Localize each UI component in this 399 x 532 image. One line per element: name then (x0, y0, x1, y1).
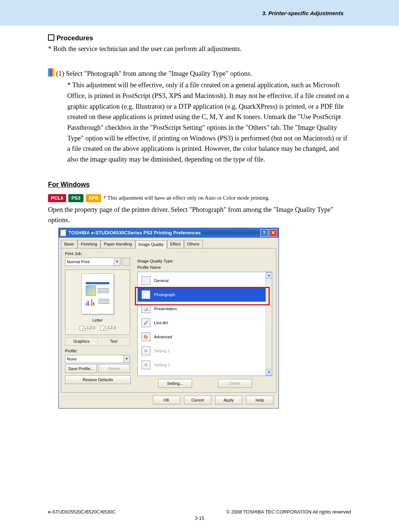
help-button[interactable]: Help (246, 396, 273, 404)
section-title: 3. Printer-specific Adjustments (262, 10, 344, 16)
preview-document-icon (81, 274, 114, 314)
cancel-button[interactable]: Cancel (184, 396, 211, 404)
printing-preferences-dialog: TOSHIBA e-STUDIO6530CSeries PS3 Printing… (58, 228, 279, 409)
profile-name-label: Profile Name (137, 264, 272, 271)
procedures-heading: Procedures (48, 33, 351, 44)
footer-copyright: © 2008 TOSHIBA TEC CORPORATION All right… (226, 509, 351, 515)
restore-defaults-button[interactable]: Restore Defaults (65, 375, 131, 384)
box-icon (48, 34, 54, 41)
left-column: Print Job: Normal Print ▼ (65, 251, 130, 388)
iq-item-line-art[interactable]: 🖊Line Art (138, 316, 266, 330)
footer: e-STUDIO5520C/6520C/6530C © 2008 TOSHIBA… (0, 509, 399, 521)
save-profile-button[interactable]: Save Profile... (65, 364, 97, 373)
presentation-icon: 📊 (141, 304, 150, 313)
setting-button[interactable]: Setting... (158, 379, 192, 388)
dialog-titlebar: TOSHIBA e-STUDIO6530CSeries PS3 Printing… (59, 228, 279, 238)
photograph-icon: 🖼 (141, 290, 150, 299)
setting-icon: ⚙ (141, 360, 150, 369)
print-job-settings-button[interactable] (122, 258, 130, 266)
ok-button[interactable]: OK (153, 396, 180, 404)
for-windows-heading: For Windows (48, 180, 351, 190)
preview-pane: Letter 1.2.3 1.2.3 (65, 270, 130, 335)
tab-panel: Print Job: Normal Print ▼ (61, 248, 276, 393)
print-job-combo[interactable]: Normal Print ▼ (65, 258, 130, 266)
scrollbar[interactable]: ▴ ▾ (266, 272, 272, 376)
advanced-icon: 🎨 (141, 332, 150, 341)
svg-rect-1 (83, 328, 86, 331)
delete-profile-button[interactable]: Delete (98, 364, 130, 373)
dialog-title-text: TOSHIBA e-STUDIO6530CSeries PS3 Printing… (68, 229, 259, 237)
close-button[interactable]: ✕ (269, 229, 277, 237)
content: Procedures * Both the service technician… (0, 26, 399, 409)
footer-model: e-STUDIO5520C/6520C/6530C (48, 509, 116, 515)
svg-rect-3 (103, 328, 106, 331)
iq-item-general[interactable]: 📄General (138, 274, 266, 288)
iq-type-label: Image Quality Type: (137, 258, 272, 264)
step-1-text: (1) Select "Photograph" from among the "… (56, 68, 351, 79)
chevron-down-icon[interactable]: ▼ (114, 258, 120, 266)
right-column: Image Quality Type: Profile Name 📄Genera… (130, 251, 272, 388)
dialog-button-row: OK Cancel Apply Help (59, 396, 279, 408)
graphics-text-row: Graphics Text (65, 337, 130, 346)
text-cell[interactable]: Text (98, 338, 130, 345)
page: 3. Printer-specific Adjustments Procedur… (0, 0, 399, 532)
line-art-icon: 🖊 (141, 318, 150, 327)
footer-page: 3-15 (0, 515, 399, 521)
tab-paper-handling[interactable]: Paper Handling (100, 240, 135, 248)
profile-value: None (65, 355, 124, 363)
apply-button[interactable]: Apply (215, 396, 242, 404)
iq-item-setting1[interactable]: ⚙Setting 1 (138, 344, 266, 358)
graphics-cell[interactable]: Graphics (65, 338, 98, 345)
print-job-value: Normal Print (65, 258, 114, 266)
badge-row: PCL6 PS3 XPS * This adjustment will have… (48, 194, 351, 202)
chevron-down-icon[interactable]: ▼ (124, 355, 130, 363)
tab-effect[interactable]: Effect (167, 240, 184, 248)
badge-ps3: PS3 (68, 194, 83, 202)
proc-note: * Both the service technician and the us… (48, 44, 351, 54)
profile-combo[interactable]: None ▼ (65, 355, 130, 363)
tab-finishing[interactable]: Finishing (78, 240, 100, 248)
preview-caption: Letter (92, 317, 103, 323)
printer-icon (60, 230, 66, 236)
scroll-up-icon[interactable]: ▴ (266, 272, 272, 279)
step-1-note: * This adjustment will be effective, onl… (67, 80, 351, 165)
cmyk-flag-icon (48, 68, 55, 79)
open-text: Open the property page of the printer dr… (48, 204, 351, 226)
tab-strip: Basic Finishing Paper Handling Image Qua… (59, 238, 279, 248)
badge-pcl6: PCL6 (48, 194, 66, 202)
iq-list[interactable]: 📄General 🖼Photograph 📊Presentation 🖊Line… (137, 272, 272, 376)
profile-label: Profile: (65, 348, 130, 354)
badge-xps: XPS (86, 194, 101, 202)
print-job-label: Print Job: (65, 251, 130, 257)
orientation-icons: 1.2.3 1.2.3 (79, 325, 116, 331)
iq-item-setting2[interactable]: ⚙Setting 2 (138, 358, 266, 372)
iq-item-presentation[interactable]: 📊Presentation (138, 302, 266, 316)
badge-note: * This adjustment will have an effect on… (103, 194, 270, 202)
scroll-down-icon[interactable]: ▾ (266, 369, 272, 376)
tab-others[interactable]: Others (184, 240, 203, 248)
step-1-row: (1) Select "Photograph" from among the "… (48, 68, 351, 79)
header-band: 3. Printer-specific Adjustments (0, 0, 399, 26)
general-icon: 📄 (141, 276, 150, 285)
help-titlebar-button[interactable]: ? (260, 229, 268, 237)
iq-item-photograph[interactable]: 🖼Photograph (138, 288, 266, 302)
setting-icon: ⚙ (141, 346, 150, 355)
delete-iq-button[interactable]: Delete (218, 379, 252, 388)
iq-item-advanced[interactable]: 🎨Advanced (138, 330, 266, 344)
tab-basic[interactable]: Basic (61, 240, 78, 248)
tab-image-quality[interactable]: Image Quality (135, 240, 167, 248)
